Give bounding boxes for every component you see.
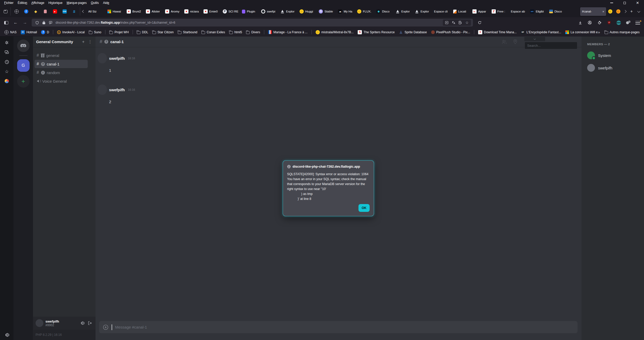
avatar[interactable] xyxy=(98,84,107,95)
bookmark-item[interactable]: Sprite Database xyxy=(397,29,429,35)
channel-item[interactable]: # random xyxy=(35,68,88,77)
browser-tab[interactable]: Emie0 xyxy=(202,7,221,16)
add-channel-button[interactable]: + xyxy=(81,40,86,44)
scroll-tabs-right-button[interactable] xyxy=(622,7,628,16)
browser-tab[interactable]: FLUX. xyxy=(355,7,375,16)
maximize-button[interactable] xyxy=(618,0,631,6)
bookmark-item[interactable]: InvokeAI - Local xyxy=(55,30,86,35)
channel-item[interactable]: # general xyxy=(35,51,88,60)
bookmark-item[interactable]: NAS xyxy=(3,29,18,35)
extensions-button[interactable] xyxy=(595,19,604,27)
bookmark-item[interactable]: Starbound xyxy=(176,30,199,35)
browser-tab[interactable]: Bruni2 xyxy=(125,7,144,16)
page-permissions-icon[interactable] xyxy=(47,19,54,26)
browser-tab[interactable]: All Siz xyxy=(86,7,106,16)
add-server-button[interactable]: + xyxy=(17,75,30,88)
search-dropdown-button[interactable] xyxy=(524,37,545,41)
discord-home-button[interactable] xyxy=(17,40,30,52)
url-bar[interactable]: discord-like-php-chat-7262.dev.flatlogic… xyxy=(32,19,473,27)
other-bookmarks-folder[interactable]: Autres marque-pages xyxy=(603,30,641,35)
sidebar-toggle-button[interactable] xyxy=(2,19,10,27)
message-input[interactable]: Message #canal-1 xyxy=(99,321,578,333)
user-settings-gear-icon[interactable] xyxy=(79,320,85,326)
tab-close-icon[interactable]: × xyxy=(602,10,604,14)
bookmark-item[interactable]: Divers xyxy=(244,30,262,35)
browser-tab[interactable]: Hawai xyxy=(106,7,125,16)
synced-tabs-icon[interactable] xyxy=(4,50,9,55)
bookmark-item[interactable]: D xyxy=(39,29,51,35)
bookmark-item[interactable]: Download Time Mana... xyxy=(476,29,518,35)
bookmark-item[interactable]: Suno xyxy=(87,30,103,35)
logout-icon[interactable] xyxy=(87,320,93,326)
menu-item[interactable]: Outils xyxy=(89,1,101,5)
browser-tab[interactable]: Aromy xyxy=(163,7,182,16)
bookmark-item[interactable]: Mariage - La France à ... xyxy=(266,29,309,35)
ai-chatbot-icon[interactable] xyxy=(4,40,9,45)
browser-tab[interactable]: swefpi xyxy=(259,7,279,16)
pinned-tab[interactable] xyxy=(50,7,60,16)
pinned-tab[interactable] xyxy=(31,7,40,16)
history-icon[interactable] xyxy=(4,59,9,64)
browser-tab[interactable]: My Ha xyxy=(336,7,355,16)
privacy-extension-icon[interactable] xyxy=(614,19,623,27)
browser-tab[interactable]: Espace cli xyxy=(432,7,451,16)
server-menu-button[interactable]: ⋮ xyxy=(88,39,92,44)
browser-tab[interactable]: Espace ab xyxy=(509,7,528,16)
browser-tab[interactable]: Free : xyxy=(490,7,509,16)
reader-mode-icon[interactable] xyxy=(457,19,464,26)
browser-tab[interactable]: Stable xyxy=(317,7,336,16)
bookmark-item[interactable]: DDL xyxy=(135,30,150,35)
reload-button[interactable] xyxy=(476,19,484,27)
bookmark-item[interactable]: PixelPlush Studio - Pix... xyxy=(429,30,472,35)
pinned-tab[interactable] xyxy=(12,7,21,16)
bookmarks-overflow-button[interactable]: » xyxy=(598,30,600,34)
browser-tab[interactable]: Explor xyxy=(413,7,432,16)
browser-tab-mini[interactable] xyxy=(614,7,622,16)
menu-item[interactable]: Fichier xyxy=(2,1,16,5)
lock-icon[interactable] xyxy=(40,19,47,26)
downloads-button[interactable] xyxy=(576,19,584,27)
bookmark-star-icon[interactable]: ☆ xyxy=(464,19,470,26)
browser-tab[interactable]: SCI RE xyxy=(221,7,240,16)
account-button[interactable] xyxy=(586,19,594,27)
browser-tab[interactable]: Plugin xyxy=(240,7,259,16)
browser-tab-mini[interactable] xyxy=(606,7,614,16)
member-row[interactable]: swefpifh xyxy=(587,64,640,72)
browser-tab[interactable]: Disco xyxy=(547,7,567,16)
avatar[interactable] xyxy=(98,53,107,63)
firefox-view-button[interactable] xyxy=(2,7,9,16)
ublock-icon[interactable]: u0 xyxy=(605,19,613,27)
translate-icon[interactable] xyxy=(450,19,457,26)
pinned-tab[interactable] xyxy=(60,7,69,16)
pin-icon[interactable] xyxy=(513,39,518,44)
browser-tab[interactable]: Locati xyxy=(451,7,471,16)
close-button[interactable]: ✕ xyxy=(631,0,644,6)
message-author[interactable]: swefpifh xyxy=(109,88,125,92)
bookmark-item[interactable]: The Spriters Resource xyxy=(356,29,396,35)
bookmark-item[interactable]: Conan Exiles xyxy=(200,30,227,35)
browser-tab[interactable]: Huggi xyxy=(298,7,317,16)
bookmark-item[interactable]: L'Encyclopédie Fantast... xyxy=(519,29,563,35)
app-menu-button[interactable]: ▲ xyxy=(634,19,642,27)
members-toggle-icon[interactable] xyxy=(501,39,507,44)
browser-tab[interactable]: Appar xyxy=(471,7,490,16)
new-tab-button[interactable]: + xyxy=(628,7,635,16)
search-input[interactable] xyxy=(525,42,577,49)
browser-tab[interactable]: Alister xyxy=(144,7,163,16)
menu-item[interactable]: Historique xyxy=(46,1,65,5)
server-header[interactable]: General Community + ⋮ xyxy=(33,36,96,47)
channel-item[interactable]: Voice General xyxy=(35,77,88,85)
list-all-tabs-button[interactable] xyxy=(635,7,642,16)
browser-tab[interactable]: Explor xyxy=(279,7,298,16)
save-page-icon[interactable] xyxy=(443,19,450,26)
forward-button[interactable]: → xyxy=(21,19,29,27)
bookmark-item[interactable]: Star Citizen xyxy=(151,30,175,35)
pinned-tab[interactable] xyxy=(69,7,79,16)
menu-item[interactable]: Aide xyxy=(101,1,111,5)
attach-plus-icon[interactable] xyxy=(103,324,109,330)
bookmarks-sidebar-icon[interactable]: ☆ xyxy=(4,69,9,74)
shield-icon[interactable] xyxy=(34,19,40,26)
browser-tab[interactable]: Explor xyxy=(394,7,413,16)
menu-item[interactable]: Édition xyxy=(16,1,29,5)
ok-button[interactable]: OK xyxy=(358,204,370,212)
